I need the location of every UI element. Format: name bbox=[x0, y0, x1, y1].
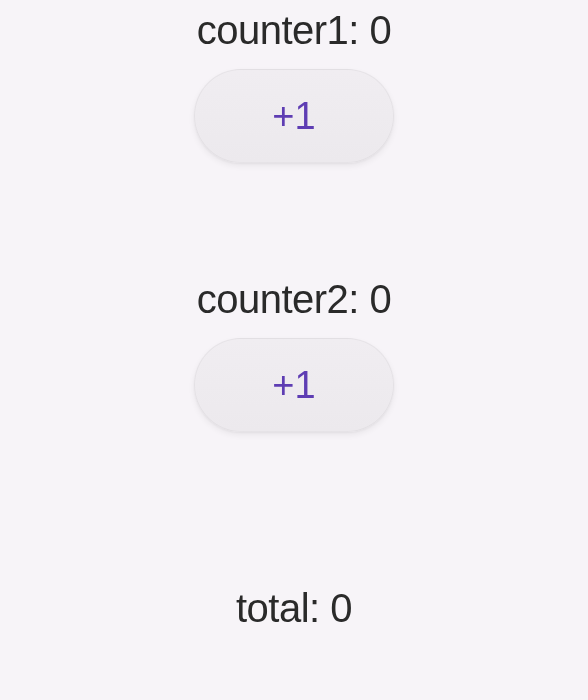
counter1-label: counter1: 0 bbox=[197, 8, 392, 53]
counter2-increment-button[interactable]: +1 bbox=[194, 338, 394, 432]
counter2-label: counter2: 0 bbox=[197, 277, 392, 322]
counter2-section: counter2: 0 +1 bbox=[194, 277, 394, 432]
total-label: total: 0 bbox=[236, 586, 352, 631]
counter1-increment-button[interactable]: +1 bbox=[194, 69, 394, 163]
counter1-section: counter1: 0 +1 bbox=[194, 8, 394, 163]
